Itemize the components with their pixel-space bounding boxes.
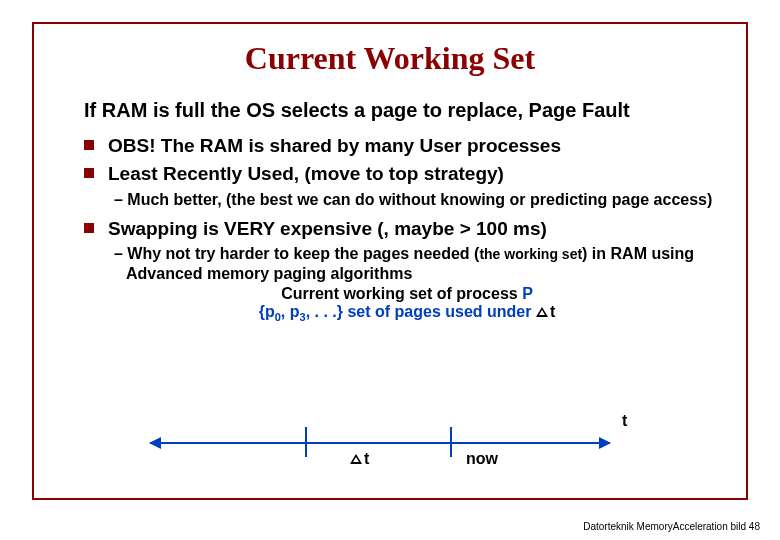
delta-icon-2 [350,454,362,464]
delta-icon [536,307,548,317]
time-diagram: t t now [150,410,670,474]
slide-footer: Datorteknik MemoryAcceleration bild 48 [583,521,760,532]
tick-delta-t [305,427,307,457]
diagram-deltaT-text: t [364,450,369,467]
bullet-swap: Swapping is VERY expensive (, maybe > 10… [82,217,732,241]
axis-arrow-right-icon [599,437,611,449]
diagram-deltaT: t [350,450,369,468]
axis-arrow-left-icon [149,437,161,449]
bullet-obs: OBS! The RAM is shared by many User proc… [82,134,732,158]
tick-now [450,427,452,457]
bullet-lru: Least Recently Used, (move to top strate… [82,162,732,186]
time-axis-line [150,442,610,444]
diagram-now: now [466,450,498,468]
axis-label-t: t [622,412,627,430]
